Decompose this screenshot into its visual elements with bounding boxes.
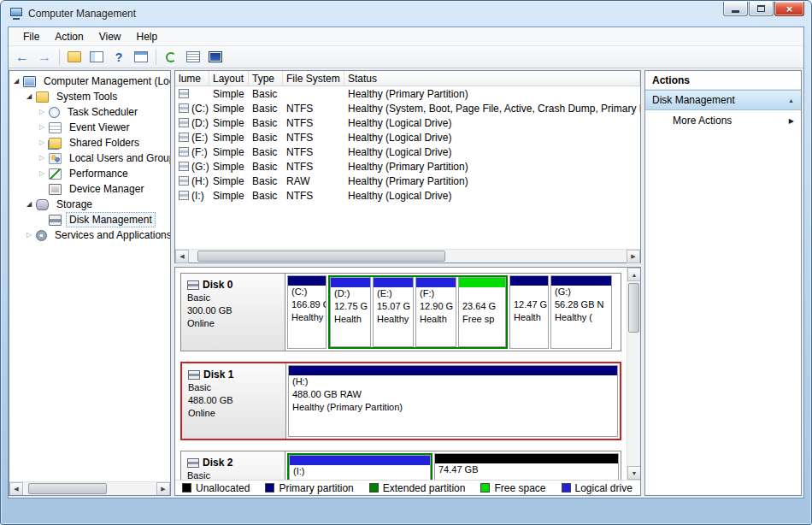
volume-name: (D:) (191, 117, 209, 129)
tree-item-label: Computer Management (Local (40, 74, 170, 89)
legend-item-unallocated: Unallocated (182, 482, 250, 494)
disk-view-vertical-scrollbar[interactable]: ▲ ▼ (627, 268, 640, 480)
disk-row-1-selected: Disk 1 Basic 488.00 GB Online (H:) 488.0… (180, 362, 621, 440)
volume-row-h[interactable]: (H:) Simple Basic RAW Healthy (Primary P… (175, 174, 640, 188)
collapse-arrow-icon[interactable]: ▷ (37, 120, 47, 135)
scrollbar-thumb[interactable] (28, 483, 107, 494)
scroll-down-icon[interactable]: ▼ (627, 466, 640, 480)
partition-d[interactable]: (D:) 12.75 G Health (330, 277, 371, 347)
tree-item-storage[interactable]: ◢ Storage (9, 197, 170, 212)
volume-row-e[interactable]: (E:) Simple Basic NTFS Healthy (Logical … (175, 130, 640, 145)
help-button[interactable]: ? (109, 48, 129, 67)
partition-f[interactable]: (F:) 12.90 G Health (415, 277, 456, 347)
partition-i[interactable]: (I:) 25.53 GB NTFS (289, 455, 431, 480)
storage-icon (36, 199, 49, 210)
scroll-up-icon[interactable]: ▲ (627, 268, 640, 281)
disk-0-header[interactable]: Disk 0 Basic 300.00 GB Online (181, 274, 285, 351)
volume-status: Healthy (Logical Drive) (344, 132, 640, 144)
column-header-type[interactable]: Type (249, 71, 283, 86)
partition-unnamed[interactable]: 12.47 G Health (509, 275, 549, 349)
more-actions-item[interactable]: More Actions ▶ (645, 110, 801, 131)
volume-icon (179, 103, 189, 113)
scroll-right-icon[interactable]: ▶ (627, 250, 640, 263)
collapse-arrow-icon[interactable]: ▷ (37, 150, 47, 166)
partition-h[interactable]: (H:) 488.00 GB RAW Healthy (Primary Part… (288, 365, 618, 437)
tree-item-device-manager[interactable]: Device Manager (9, 181, 170, 197)
logical-drive-strip (374, 278, 413, 287)
disk-2-header[interactable]: Disk 2 Basic 100.00 GB (181, 451, 285, 480)
users-icon (49, 153, 62, 164)
scrollbar-thumb[interactable] (628, 283, 639, 333)
column-header-status[interactable]: Status (344, 71, 640, 86)
export-list-button[interactable] (183, 48, 203, 67)
disk-icon (187, 458, 199, 468)
tree-item-event-viewer[interactable]: ▷ Event Viewer (9, 120, 170, 135)
scrollbar-track[interactable] (23, 482, 156, 495)
close-button[interactable]: × (774, 2, 804, 16)
collapse-chevron-icon[interactable]: ▲ (788, 97, 794, 103)
scrollbar-track[interactable] (627, 281, 640, 466)
volume-row-unnamed[interactable]: Simple Basic Healthy (Primary Partition) (175, 86, 640, 101)
collapse-arrow-icon[interactable]: ▷ (37, 135, 47, 150)
disk-size: 300.00 GB (187, 304, 279, 317)
tree-item-disk-management[interactable]: Disk Management (9, 212, 170, 227)
disk-0-partitions: (C:) 166.89 GB Healthy (S (D:) 12.75 G (285, 274, 621, 351)
export-button[interactable] (64, 48, 85, 67)
partition-c[interactable]: (C:) 166.89 GB Healthy (S (287, 275, 327, 349)
collapse-arrow-icon[interactable]: ▷ (37, 104, 47, 120)
volume-row-g[interactable]: (G:) Simple Basic NTFS Healthy (Primary … (175, 159, 640, 174)
volume-icon (179, 89, 189, 98)
properties-button[interactable] (131, 48, 151, 67)
refresh-button[interactable] (161, 48, 181, 67)
expand-arrow-icon[interactable]: ◢ (24, 197, 34, 212)
volume-type: Basic (249, 146, 283, 158)
free-space-region[interactable]: 23.64 G Free sp (458, 277, 506, 347)
scrollbar-track[interactable] (189, 250, 627, 262)
volume-row-c[interactable]: (C:) Simple Basic NTFS Healthy (System, … (175, 101, 640, 115)
back-button[interactable]: ← (12, 48, 32, 67)
volume-row-f[interactable]: (F:) Simple Basic NTFS Healthy (Logical … (175, 145, 640, 159)
menu-action[interactable]: Action (47, 28, 91, 45)
tree-item-task-scheduler[interactable]: ▷ Task Scheduler (9, 104, 170, 120)
titlebar[interactable]: Computer Management × (1, 1, 811, 27)
disk-status: Online (187, 317, 279, 330)
logical-drive-strip (416, 278, 456, 287)
scroll-left-icon[interactable]: ◀ (9, 482, 23, 496)
column-header-layout[interactable]: Layout (209, 71, 249, 86)
show-console-tree-button[interactable] (86, 48, 107, 67)
tree-item-computer-management[interactable]: ◢ Computer Management (Local (9, 74, 170, 89)
collapse-arrow-icon[interactable]: ▷ (24, 227, 34, 243)
menu-help[interactable]: Help (129, 28, 166, 45)
forward-button[interactable]: → (34, 48, 55, 67)
disk-console-button[interactable] (205, 48, 226, 67)
scrollbar-thumb[interactable] (197, 251, 445, 262)
menu-file[interactable]: File (15, 28, 47, 45)
scroll-right-icon[interactable]: ▶ (156, 482, 170, 496)
column-header-volume[interactable]: lume (175, 71, 209, 86)
unallocated-region[interactable]: 74.47 GB (434, 453, 619, 480)
menu-view[interactable]: View (91, 28, 129, 45)
unallocated-swatch (182, 483, 191, 493)
actions-section-disk-management[interactable]: Disk Management ▲ (645, 90, 801, 110)
tree-horizontal-scrollbar[interactable]: ◀ ▶ (9, 481, 170, 495)
tree-item-services-and-applications[interactable]: ▷ Services and Applications (9, 227, 170, 243)
volume-row-i[interactable]: (I:) Simple Basic NTFS Healthy (Logical … (175, 188, 640, 203)
maximize-button[interactable] (749, 2, 774, 16)
scroll-left-icon[interactable]: ◀ (175, 250, 189, 263)
volume-name: (F:) (191, 146, 208, 158)
tree-item-system-tools[interactable]: ◢ System Tools (9, 89, 170, 104)
volume-list-horizontal-scrollbar[interactable]: ◀ ▶ (175, 249, 640, 262)
disk-1-header[interactable]: Disk 1 Basic 488.00 GB Online (182, 363, 286, 439)
tree-item-local-users-and-groups[interactable]: ▷ Local Users and Groups (9, 150, 170, 166)
collapse-arrow-icon[interactable]: ▷ (37, 166, 47, 181)
partition-g[interactable]: (G:) 56.28 GB N Healthy ( (550, 275, 612, 349)
volume-row-d[interactable]: (D:) Simple Basic NTFS Healthy (Logical … (175, 115, 640, 130)
expand-arrow-icon[interactable]: ◢ (11, 74, 21, 89)
tree-item-performance[interactable]: ▷ Performance (9, 166, 170, 181)
tree-item-shared-folders[interactable]: ▷ Shared Folders (9, 135, 170, 150)
actions-panel: Actions Disk Management ▲ More Actions ▶ (644, 70, 802, 496)
expand-arrow-icon[interactable]: ◢ (24, 89, 34, 104)
partition-e[interactable]: (E:) 15.07 G Healthy (373, 277, 414, 347)
column-header-file-system[interactable]: File System (283, 71, 344, 86)
minimize-button[interactable] (723, 2, 748, 16)
